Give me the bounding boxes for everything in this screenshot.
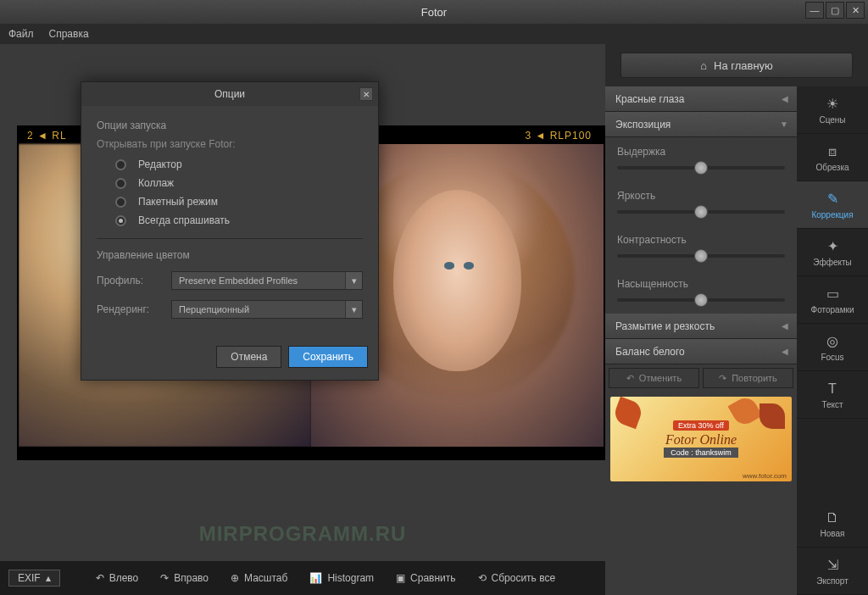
tool-sidebar: ☀Сцены ⧈Обрезка ✎Коррекция ✦Эффекты ▭Фот… [797,86,868,595]
histogram-button[interactable]: 📊Histogram [301,569,382,587]
slider-brightness-label: Яркость [617,190,785,202]
ad-extra: Extra 30% off [673,420,729,431]
slider-shutter[interactable] [617,166,785,170]
slider-contrast[interactable] [617,254,785,258]
profile-select[interactable]: Preserve Embedded Profiles▾ [171,271,363,290]
tool-text[interactable]: TТекст [797,371,868,419]
rotate-right-icon: ↷ [160,572,169,584]
tool-export[interactable]: ⇲Экспорт [797,548,868,595]
ad-title: Fotor Online [665,432,737,448]
rendering-label: Рендеринг: [97,303,156,315]
reset-button[interactable]: ⟲Сбросить все [470,569,565,587]
minimize-button[interactable]: — [805,2,824,19]
file-icon: 🗋 [824,509,841,526]
slider-shutter-label: Выдержка [617,146,785,158]
tool-crop[interactable]: ⧈Обрезка [797,134,868,181]
tool-new[interactable]: 🗋Новая [797,500,868,548]
profile-label: Профиль: [97,275,156,286]
undo-icon: ↶ [626,373,634,384]
bottom-toolbar: EXIF▴ ↶Влево ↷Вправо ⊕Масштаб 📊Histogram… [0,561,605,595]
tool-effects[interactable]: ✦Эффекты [797,229,868,276]
reset-icon: ⟲ [478,572,487,584]
chevron-down-icon: ▾ [345,301,362,318]
section-wb[interactable]: Баланс белого◀ [605,339,797,364]
rendering-select[interactable]: Перцепционный▾ [171,300,363,319]
slider-contrast-label: Контрастность [617,234,785,246]
film-frame-left: 2 ◄ RL [27,130,67,142]
right-panel: ⌂ На главную Красные глаза◀ Экспозиция▼ … [605,44,868,595]
home-icon: ⌂ [700,59,707,72]
compare-icon: ▣ [396,572,405,584]
adjustments-column: Красные глаза◀ Экспозиция▼ Выдержка Ярко… [605,86,797,595]
startup-section-label: Опции запуска [97,120,363,131]
target-icon: ◎ [824,333,841,350]
rotate-right-button[interactable]: ↷Вправо [152,569,217,587]
slider-saturation-label: Насыщенность [617,278,785,290]
exif-button[interactable]: EXIF▴ [8,570,60,587]
ad-code: Code : thankswim [664,448,738,458]
canvas-area: 2 ◄ RL 465 3 ◄ RLP100 Опции ✕ Опции запу… [0,44,605,595]
rotate-left-button[interactable]: ↶Влево [87,569,147,587]
options-dialog: Опции ✕ Опции запуска Открывать при запу… [81,81,379,381]
slider-saturation[interactable] [617,298,785,302]
ad-url: www.fotor.com [743,472,787,480]
undo-button[interactable]: ↶Отменить [609,368,699,388]
menu-help[interactable]: Справка [49,28,89,40]
zoom-icon: ⊕ [231,572,239,584]
section-redeye[interactable]: Красные глаза◀ [605,86,797,112]
redo-button[interactable]: ↷Повторить [703,368,793,388]
tool-frames[interactable]: ▭Фоторамки [797,276,868,324]
dialog-title: Опции ✕ [81,82,378,106]
tool-focus[interactable]: ◎Focus [797,324,868,371]
app-title: Fotor [421,6,447,19]
export-icon: ⇲ [824,557,841,574]
tool-scenes[interactable]: ☀Сцены [797,86,868,134]
compare-button[interactable]: ▣Сравнить [387,569,464,587]
color-section-label: Управление цветом [97,249,363,261]
tool-correction[interactable]: ✎Коррекция [797,181,868,229]
sparkle-icon: ✦ [824,238,841,255]
chevron-left-icon: ◀ [782,94,788,103]
menu-file[interactable]: Файл [8,28,34,40]
section-blur[interactable]: Размытие и резкость◀ [605,314,797,339]
radio-editor[interactable] [115,159,126,170]
dialog-close-button[interactable]: ✕ [359,87,373,101]
cancel-button[interactable]: Отмена [216,346,281,368]
watermark: MIRPROGRAMM.RU [199,522,407,546]
save-button[interactable]: Сохранить [288,346,368,368]
startup-sub-label: Открывать при запуске Fotor: [97,138,363,150]
chevron-left-icon: ◀ [782,321,788,331]
zoom-button[interactable]: ⊕Масштаб [222,569,296,587]
close-button[interactable]: ✕ [846,2,865,19]
radio-collage[interactable] [115,178,126,189]
chevron-up-icon: ▴ [46,572,51,584]
menubar: Файл Справка [0,24,868,44]
ad-banner[interactable]: Extra 30% off Fotor Online Code : thanks… [610,397,792,481]
section-exposure[interactable]: Экспозиция▼ [605,112,797,137]
radio-batch[interactable] [115,197,126,208]
sun-icon: ☀ [824,96,841,113]
crop-icon: ⧈ [824,143,841,160]
frame-icon: ▭ [824,286,841,303]
radio-ask[interactable] [115,215,126,226]
wand-icon: ✎ [824,191,841,208]
home-button[interactable]: ⌂ На главную [620,53,853,78]
chevron-left-icon: ◀ [782,347,788,356]
chevron-down-icon: ▼ [780,120,788,129]
chevron-down-icon: ▾ [345,272,362,289]
rotate-left-icon: ↶ [96,572,104,584]
film-frame-right: 3 ◄ RLP100 [525,130,592,142]
titlebar: Fotor — ▢ ✕ [0,0,868,24]
slider-brightness[interactable] [617,210,785,214]
maximize-button[interactable]: ▢ [826,2,844,19]
text-icon: T [824,381,841,398]
redo-icon: ↷ [719,373,726,384]
histogram-icon: 📊 [309,572,322,584]
